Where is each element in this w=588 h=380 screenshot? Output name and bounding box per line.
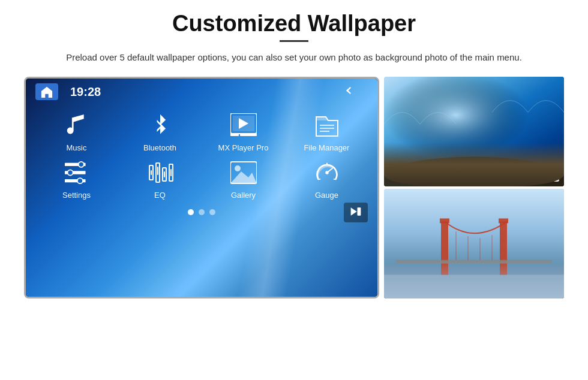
car-screen-wrapper: 19:28 xyxy=(24,77,379,298)
gallery-icon xyxy=(230,161,257,185)
settings-icon-wrap xyxy=(61,158,92,187)
svg-rect-17 xyxy=(157,167,158,175)
svg-marker-24 xyxy=(230,171,257,183)
svg-rect-4 xyxy=(240,134,257,136)
eq-icon-wrap xyxy=(145,158,176,187)
dot-2[interactable] xyxy=(199,209,205,215)
car-header: 19:28 xyxy=(26,79,377,105)
bluetooth-icon-wrap xyxy=(145,111,176,140)
content-row: 19:28 xyxy=(24,77,564,298)
bluetooth-label: Bluetooth xyxy=(143,143,176,152)
dots-container xyxy=(38,209,365,215)
car-time: 19:28 xyxy=(70,85,101,99)
svg-point-26 xyxy=(325,171,328,174)
skip-button[interactable] xyxy=(344,203,368,222)
title-underline xyxy=(280,40,308,42)
photo-bottom xyxy=(384,189,564,298)
page-description: Preload over 5 default wallpaper options… xyxy=(66,50,522,65)
eq-label: EQ xyxy=(154,191,166,200)
mxplayer-label: MX Player Pro xyxy=(218,143,269,152)
svg-point-36 xyxy=(486,165,564,186)
music-icon-wrap xyxy=(61,111,92,140)
svg-point-11 xyxy=(78,162,83,167)
app-settings[interactable]: Settings xyxy=(38,158,115,200)
gallery-label: Gallery xyxy=(231,191,256,200)
back-button[interactable] xyxy=(344,85,358,99)
mxplayer-icon xyxy=(230,113,257,137)
app-eq[interactable]: EQ xyxy=(121,158,199,200)
gallery-icon-wrap xyxy=(228,158,259,187)
page-title: Customized Wallpaper xyxy=(172,11,416,37)
settings-icon xyxy=(65,161,89,185)
car-screen: 19:28 xyxy=(26,79,377,297)
svg-point-12 xyxy=(67,170,73,175)
svg-rect-31 xyxy=(358,207,361,215)
svg-rect-37 xyxy=(384,189,564,298)
eq-icon xyxy=(147,161,173,185)
car-bottom xyxy=(26,206,377,219)
bluetooth-icon xyxy=(152,113,169,137)
photo-stack: ↗ xyxy=(384,77,564,298)
svg-point-23 xyxy=(235,165,241,171)
app-bluetooth[interactable]: Bluetooth xyxy=(121,111,199,152)
dot-1[interactable] xyxy=(188,209,194,215)
svg-rect-44 xyxy=(396,260,552,264)
mxplayer-icon-wrap xyxy=(228,111,259,140)
svg-point-35 xyxy=(384,162,468,186)
svg-rect-33 xyxy=(384,77,564,186)
svg-rect-40 xyxy=(441,221,448,275)
svg-rect-21 xyxy=(170,169,172,176)
trending-badge: ↗ xyxy=(548,171,559,182)
svg-rect-19 xyxy=(164,171,165,177)
app-music[interactable]: Music xyxy=(38,111,115,152)
ice-cave-svg xyxy=(384,77,564,186)
svg-rect-15 xyxy=(151,170,152,175)
music-icon xyxy=(66,113,88,137)
svg-marker-30 xyxy=(351,207,357,215)
gauge-icon xyxy=(315,161,339,185)
home-icon xyxy=(40,86,53,98)
gauge-label: Gauge xyxy=(315,191,338,200)
settings-label: Settings xyxy=(62,191,91,200)
gauge-icon-wrap xyxy=(311,158,343,187)
home-button[interactable] xyxy=(35,83,58,100)
music-label: Music xyxy=(67,143,87,152)
svg-rect-42 xyxy=(440,218,449,223)
golden-gate-svg xyxy=(384,189,564,298)
svg-rect-39 xyxy=(384,275,564,298)
svg-rect-3 xyxy=(230,134,239,136)
svg-rect-43 xyxy=(499,218,508,223)
back-icon xyxy=(344,85,358,96)
svg-rect-38 xyxy=(384,266,564,298)
svg-point-34 xyxy=(384,157,564,186)
svg-rect-41 xyxy=(500,221,507,275)
app-grid-row1: Music Bluetooth xyxy=(26,105,377,206)
skip-icon xyxy=(350,206,362,217)
svg-point-13 xyxy=(77,178,82,183)
photo-top: ↗ xyxy=(384,77,564,186)
dot-3[interactable] xyxy=(209,209,215,215)
page-wrapper: Customized Wallpaper Preload over 5 defa… xyxy=(0,0,588,380)
